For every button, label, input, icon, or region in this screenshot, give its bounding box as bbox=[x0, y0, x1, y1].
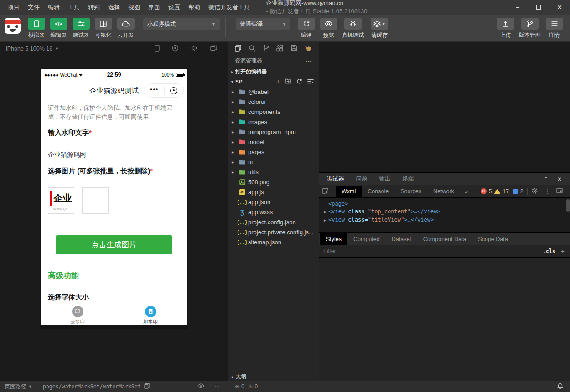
tree-item-file[interactable]: {..}app.json bbox=[228, 197, 319, 207]
tree-item-folder[interactable]: ▸miniprogram_npm bbox=[228, 127, 319, 137]
remote-debug-button[interactable]: 真机调试 bbox=[340, 18, 366, 39]
tab-terminal[interactable]: 终端 bbox=[397, 173, 420, 185]
tree-item-file[interactable]: {..}sitemap.json bbox=[228, 237, 319, 247]
menu-settings[interactable]: 设置 bbox=[164, 0, 184, 15]
dom-node-top-content[interactable]: ▶<view class="top_content">…</view> bbox=[324, 208, 569, 216]
tree-item-folder[interactable]: ▸model bbox=[228, 137, 319, 147]
tree-item-folder[interactable]: ▸utils bbox=[228, 167, 319, 177]
close-button[interactable]: ✕ bbox=[549, 0, 570, 15]
tree-item-folder[interactable]: ▸colorui bbox=[228, 97, 319, 107]
devtools-tab-sources[interactable]: Sources bbox=[394, 186, 427, 197]
source-control-icon[interactable] bbox=[263, 45, 269, 53]
tab-problems[interactable]: 问题 bbox=[350, 173, 373, 185]
files-icon[interactable] bbox=[235, 45, 241, 53]
cloud-dev-button[interactable]: 云开发 bbox=[114, 18, 137, 39]
more-tabs-icon[interactable]: » bbox=[460, 188, 472, 195]
cls-toggle[interactable]: .cls bbox=[537, 248, 561, 254]
chevron-right-icon[interactable]: ▶ bbox=[324, 208, 328, 216]
warning-count[interactable]: 17 bbox=[503, 188, 508, 195]
upload-button[interactable]: 上传 bbox=[494, 18, 517, 39]
tree-item-file[interactable]: {..}project.private.config.js... bbox=[228, 227, 319, 237]
project-section[interactable]: ▾ SP + bbox=[228, 77, 319, 87]
menu-devtools[interactable]: 微信开发者工具 bbox=[204, 0, 254, 15]
editor-toggle[interactable]: </> 编辑器 bbox=[47, 18, 70, 39]
rotate-device-icon[interactable] bbox=[155, 45, 160, 53]
menu-file[interactable]: 文件 bbox=[24, 0, 44, 15]
clear-cache-button[interactable]: ▼ 清缓存 bbox=[366, 18, 393, 39]
details-button[interactable]: 详情 bbox=[543, 18, 565, 39]
devtools-tab-wxml[interactable]: Wxml bbox=[336, 186, 362, 197]
error-count[interactable]: 5 bbox=[489, 188, 492, 195]
compile-button[interactable]: 编译 bbox=[295, 18, 317, 39]
simulator-toggle[interactable]: 模拟器 bbox=[25, 18, 47, 39]
tree-item-folder[interactable]: ▸components bbox=[228, 107, 319, 117]
tab-output[interactable]: 输出 bbox=[373, 173, 397, 185]
debugger-toggle[interactable]: 调试器 bbox=[70, 18, 92, 39]
menu-help[interactable]: 帮助 bbox=[184, 0, 204, 15]
uploaded-image-thumbnail[interactable]: 企业 WWW.QY bbox=[48, 187, 74, 214]
record-icon[interactable] bbox=[172, 45, 179, 53]
preview-button[interactable]: 预览 bbox=[317, 18, 340, 39]
dock-icon[interactable] bbox=[556, 188, 563, 195]
tab-computed[interactable]: Computed bbox=[347, 233, 386, 245]
menu-project[interactable]: 项目 bbox=[4, 0, 24, 15]
minimize-button[interactable]: − bbox=[507, 0, 528, 15]
menu-view[interactable]: 视图 bbox=[124, 0, 144, 15]
bell-icon[interactable] bbox=[557, 383, 563, 391]
add-style-icon[interactable]: + bbox=[561, 248, 570, 255]
menu-interface[interactable]: 界面 bbox=[144, 0, 164, 15]
inspect-icon[interactable] bbox=[322, 187, 329, 196]
save-icon[interactable] bbox=[291, 45, 297, 52]
more-actions-icon[interactable]: ⋯ bbox=[306, 58, 312, 64]
statusbar-problems[interactable]: ⊗ 0 ⚠ 0 bbox=[228, 381, 319, 392]
menu-tools[interactable]: 工具 bbox=[64, 0, 84, 15]
styles-filter-input[interactable] bbox=[323, 248, 537, 254]
chevron-right-icon[interactable]: ▶ bbox=[324, 217, 328, 224]
compile-mode-select[interactable]: 普通编译 ▼ bbox=[236, 18, 290, 30]
scrollbar[interactable] bbox=[566, 199, 570, 212]
tab-dataset[interactable]: Dataset bbox=[386, 233, 417, 245]
dom-node-page[interactable]: <page> bbox=[324, 200, 569, 208]
capsule-close-icon[interactable] bbox=[165, 87, 184, 94]
tree-item-file[interactable]: 508.png bbox=[228, 177, 319, 187]
tree-item-folder[interactable]: ▸@babel bbox=[228, 87, 319, 97]
tab-debugger[interactable]: 调试器 bbox=[321, 173, 350, 185]
teapot-icon[interactable] bbox=[305, 45, 312, 52]
device-select[interactable]: iPhone 5 100% 16 bbox=[6, 46, 52, 52]
devtools-tab-console[interactable]: Console bbox=[362, 186, 394, 197]
version-control-button[interactable]: 版本管理 bbox=[517, 18, 543, 39]
tab-styles[interactable]: Styles bbox=[320, 233, 347, 245]
tab-scope-data[interactable]: Scope Data bbox=[472, 233, 513, 245]
menu-select[interactable]: 选择 bbox=[104, 0, 124, 15]
menu-goto[interactable]: 转到 bbox=[84, 0, 104, 15]
tab-add-watermark[interactable]: 加水印 bbox=[114, 304, 187, 325]
speaker-icon[interactable] bbox=[191, 45, 198, 52]
tree-item-file[interactable]: {..}project.config.json bbox=[228, 217, 319, 227]
new-file-icon[interactable]: + bbox=[276, 78, 280, 85]
collapse-panel-icon[interactable]: ⌃ bbox=[544, 176, 548, 182]
tree-item-folder[interactable]: ▸ui bbox=[228, 157, 319, 167]
kebab-menu-icon[interactable]: ⋮ bbox=[544, 188, 550, 195]
collapse-all-icon[interactable] bbox=[307, 79, 314, 85]
watermark-text-input[interactable]: 企业猫源码网 bbox=[48, 143, 180, 166]
tree-item-file[interactable]: JSapp.js bbox=[228, 187, 319, 197]
tree-item-folder[interactable]: ▸images bbox=[228, 117, 319, 127]
tab-remove-watermark[interactable]: 印 去水印 bbox=[41, 304, 114, 325]
generate-image-button[interactable]: 点击生成图片 bbox=[56, 235, 172, 254]
dom-node-titleview[interactable]: ▶<view class="titleView">…</view> bbox=[324, 216, 569, 224]
more-dots-icon[interactable]: ••• bbox=[145, 86, 164, 95]
outline-section[interactable]: ▸ 大纲 bbox=[228, 372, 319, 381]
menu-edit[interactable]: 编辑 bbox=[44, 0, 64, 15]
eye-icon[interactable] bbox=[197, 383, 204, 390]
page-path-select[interactable]: 页面路径 bbox=[5, 383, 26, 391]
copy-icon[interactable] bbox=[144, 383, 150, 390]
tree-item-folder[interactable]: ▸pages bbox=[228, 147, 319, 157]
devtools-tab-network[interactable]: Network bbox=[427, 186, 460, 197]
refresh-icon[interactable] bbox=[296, 78, 302, 85]
tab-component-data[interactable]: Component Data bbox=[417, 233, 472, 245]
empty-image-slot[interactable] bbox=[82, 187, 109, 214]
new-folder-icon[interactable] bbox=[285, 78, 291, 85]
open-editors-section[interactable]: ▸ 打开的编辑器 bbox=[228, 67, 319, 77]
tree-item-file[interactable]: Ʒapp.wxss bbox=[228, 207, 319, 217]
maximize-button[interactable] bbox=[528, 0, 549, 15]
